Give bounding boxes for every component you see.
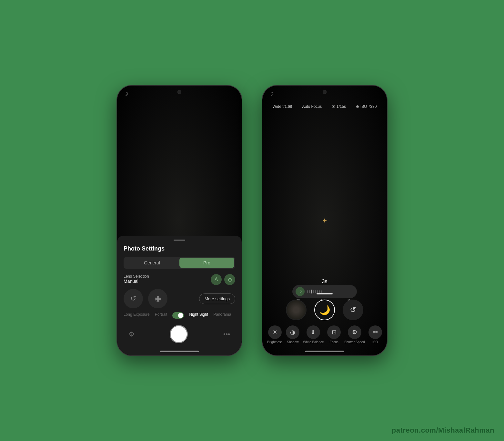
left-phone: ☽ Photo Settings General Pro Lens Select… — [116, 85, 242, 356]
night-mode-icon: ☽ — [124, 91, 128, 97]
mode-portrait[interactable]: Portrait — [155, 312, 167, 319]
shadow-icon: ◑ — [286, 325, 299, 339]
focus-label: Focus — [330, 340, 338, 344]
lens-auto-icon[interactable]: A — [211, 274, 222, 285]
more-icon[interactable]: ••• — [223, 331, 230, 338]
shutter-speed-icon: ⚙ — [348, 325, 361, 339]
panel-title: Photo Settings — [124, 245, 235, 252]
left-home-indicator — [160, 351, 199, 352]
brightness-label: Brightness — [267, 340, 282, 344]
capture-button[interactable] — [170, 325, 188, 343]
iso-info[interactable]: ⊕ ISO 7380 — [356, 104, 377, 109]
focus-crosshair: + — [322, 216, 327, 225]
settings-icon[interactable]: ⚙ — [129, 330, 135, 338]
mode-tab-bar: General Pro — [124, 257, 235, 269]
white-balance-icon: 🌡 — [307, 325, 320, 339]
more-settings-button[interactable]: More settings — [199, 293, 235, 304]
refresh-icon: ↺ — [350, 305, 356, 314]
iso-icon: ≡≡ — [368, 325, 382, 339]
mode-panorama[interactable]: Panorama — [213, 312, 231, 319]
camera-info-row: Wide f/1.68 Auto Focus ① 1/15s ⊕ ISO 738… — [262, 102, 387, 111]
right-home-indicator — [305, 351, 344, 352]
brightness-icon: ☀ — [268, 325, 282, 339]
white-balance-label: White Balance — [303, 340, 324, 344]
white-balance-control[interactable]: 🌡 White Balance — [303, 325, 324, 344]
lens-icon-2[interactable]: ◉ — [148, 289, 167, 308]
lens-selection-row: Lens Selection Manual A ⊕ — [124, 274, 235, 285]
lens-icons-row: ↺ ◉ More settings — [124, 289, 235, 308]
iso-label: ISO — [372, 340, 378, 344]
night-sight-toggle[interactable] — [172, 312, 184, 319]
patreon-watermark: patreon.com/MishaalRahman — [392, 426, 494, 435]
mode-long-exposure[interactable]: Long Exposure — [124, 312, 150, 319]
lens-selection-value: Manual — [124, 279, 149, 284]
right-top-bar: ☽ — [262, 86, 387, 102]
mode-night-sight[interactable]: Night Sight — [189, 312, 208, 319]
mode-bar: Long Exposure Portrait Night Sight Panor… — [124, 312, 235, 319]
pro-controls-row: ☀ Brightness ◑ Shadow 🌡 White Balance ⊡ … — [262, 325, 387, 344]
iso-control[interactable]: ≡≡ ISO — [368, 325, 382, 344]
mode-thumbnails: 🌙 ↺ — [262, 300, 387, 320]
focus-icon: ⊡ — [327, 325, 341, 339]
left-bottom-controls: ⚙ ••• — [124, 323, 235, 346]
lens-info[interactable]: Wide f/1.68 — [273, 104, 292, 109]
thumbnail-refresh[interactable]: ↺ — [343, 300, 363, 320]
shadow-label: Shadow — [287, 340, 298, 344]
shutter-info[interactable]: ① 1/15s — [332, 104, 346, 109]
focus-control[interactable]: ⊡ Focus — [327, 325, 341, 344]
right-bottom-section: 🌙 ↺ ☀ Brightness ◑ Shadow — [262, 290, 387, 355]
shutter-speed-label: Shutter Speed — [344, 340, 365, 344]
panel-drag-handle[interactable] — [174, 240, 185, 241]
lens-icon-1[interactable]: ↺ — [124, 289, 143, 308]
right-night-icon: ☽ — [269, 91, 273, 97]
right-phone: ☽ Wide f/1.68 Auto Focus ① 1/15s ⊕ ISO 7… — [262, 85, 388, 356]
focus-info[interactable]: Auto Focus — [302, 104, 322, 109]
lens-target-icon[interactable]: ⊕ — [224, 274, 235, 285]
lens-selection-label: Lens Selection — [124, 274, 149, 279]
tab-general[interactable]: General — [125, 258, 179, 268]
timer-display: 3s — [322, 279, 328, 284]
tab-pro[interactable]: Pro — [179, 258, 234, 268]
night-thumbnail: 🌙 — [315, 300, 334, 320]
left-top-bar: ☽ — [117, 86, 242, 102]
thumbnail-night-sight[interactable]: 🌙 — [314, 300, 335, 320]
shadow-control[interactable]: ◑ Shadow — [286, 325, 299, 344]
photo-settings-panel: Photo Settings General Pro Lens Selectio… — [117, 236, 242, 355]
shutter-speed-control[interactable]: ⚙ Shutter Speed — [344, 325, 365, 344]
mode-indicator-bar — [317, 293, 333, 294]
landscape-thumbnail — [287, 300, 306, 320]
thumbnail-landscape[interactable] — [286, 300, 307, 320]
brightness-control[interactable]: ☀ Brightness — [267, 325, 282, 344]
